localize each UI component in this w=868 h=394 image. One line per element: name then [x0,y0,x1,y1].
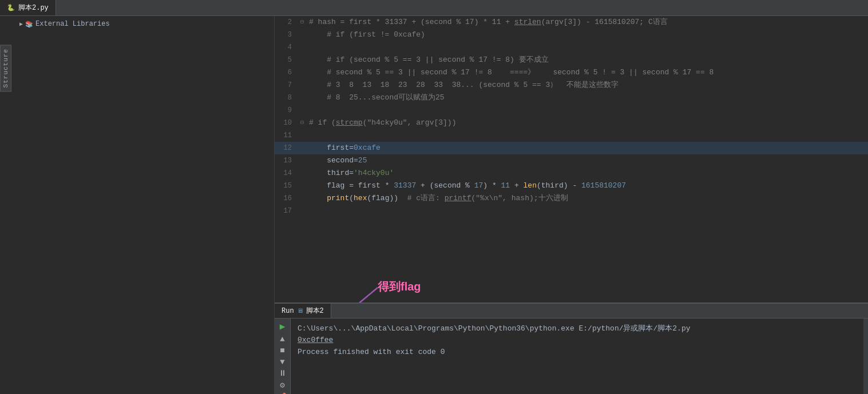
line-num-8: 8 [275,91,298,104]
code-content-10: # if (strcmp("h4cky0u", argv[3])) [307,117,868,129]
code-line-17: 17 [275,205,868,217]
bottom-content: ▶ ▲ ■ ▼ ⏸ ⚙ 📌 C:\Users\...\AppData\Local… [275,319,868,394]
code-content-14: third='h4cky0u' [307,167,868,180]
bottom-tab-bar: Run 🖥 脚本2 [275,304,868,319]
scroll-up-button[interactable]: ▲ [277,335,288,344]
code-content-5: # if (second % 5 == 3 || second % 17 != … [307,54,868,66]
code-line-12: 12 first=0xcafe [275,142,868,154]
code-line-2: 2 ⊟ # hash = first * 31337 + (second % 1… [275,16,868,29]
annotation-arrow-icon [332,285,383,303]
tab-bar: 🐍 脚本2.py [0,0,868,16]
main-layout: Structure ▶ 📚 External Libraries 2 ⊟ # h… [0,16,868,394]
run-tab-script-label: 脚本2 [306,306,324,316]
code-line-6: 6 # second % 5 == 3 || second % 17 != 8 … [275,66,868,79]
sidebar: Structure ▶ 📚 External Libraries [0,16,275,394]
line-num-10: 10 [275,117,298,129]
scroll-down-button[interactable]: ▼ [277,357,288,367]
code-content-7: # 3 8 13 18 23 28 33 38... (second % 5 =… [307,79,868,91]
code-content-12: first=0xcafe [307,142,868,154]
line-num-15: 15 [275,180,298,192]
line-num-16: 16 [275,192,298,205]
code-content-13: second=25 [307,154,868,167]
bottom-panel: Run 🖥 脚本2 ▶ ▲ ■ ▼ ⏸ ⚙ 📌 C:\U [275,303,868,394]
stop-button[interactable]: ■ [277,346,288,355]
run-toolbar: ▶ ▲ ■ ▼ ⏸ ⚙ 📌 [275,319,291,394]
code-editor[interactable]: 2 ⊟ # hash = first * 31337 + (second % 1… [275,16,868,303]
file-tab[interactable]: 🐍 脚本2.py [0,0,56,15]
terminal-scrollbar[interactable] [863,319,868,394]
code-line-5: 5 # if (second % 5 == 3 || second % 17 !… [275,54,868,66]
editor-container: 2 ⊟ # hash = first * 31337 + (second % 1… [275,16,868,394]
svg-line-1 [343,288,378,303]
code-line-3: 3 # if (first != 0xcafe) [275,29,868,41]
terminal-result-value: 0xc0ffee [298,336,333,344]
code-content-6: # second % 5 == 3 || second % 17 != 8 ==… [307,66,868,79]
code-content-16: print(hex(flag)) # c语言: printf("%x\n", h… [307,192,868,205]
code-content-3: # if (first != 0xcafe) [307,29,868,41]
code-line-10: 10 ⊟ # if (strcmp("h4cky0u", argv[3])) [275,117,868,129]
code-line-9: 9 [275,104,868,117]
structure-tab[interactable]: Structure [0,45,11,91]
code-content-8: # 8 25...second可以赋值为25 [307,91,868,104]
line-num-2: 2 [275,16,298,29]
line-num-7: 7 [275,79,298,91]
line-num-12: 12 [275,142,298,154]
tab-label: 脚本2.py [18,3,49,13]
line-num-13: 13 [275,154,298,167]
expand-arrow-icon: ▶ [19,21,23,27]
pause-button[interactable]: ⏸ [277,369,288,378]
line-num-17: 17 [275,205,298,217]
code-line-15: 15 flag = first * 31337 + (second % 17) … [275,180,868,192]
line-num-14: 14 [275,167,298,180]
terminal-result: 0xc0ffee [298,336,857,344]
settings-button[interactable]: ⚙ [277,380,288,390]
run-tab[interactable]: Run 🖥 脚本2 [275,304,331,318]
external-libraries-item[interactable]: ▶ 📚 External Libraries [8,18,274,30]
code-line-8: 8 # 8 25...second可以赋值为25 [275,91,868,104]
code-line-13: 13 second=25 [275,154,868,167]
code-line-7: 7 # 3 8 13 18 23 28 33 38... (second % 5… [275,79,868,91]
line-num-3: 3 [275,29,298,41]
code-line-16: 16 print(hex(flag)) # c语言: printf("%x\n"… [275,192,868,205]
run-tab-icon: 🖥 [297,307,303,315]
terminal-output: C:\Users\...\AppData\Local\Programs\Pyth… [291,319,863,394]
annotation-text: 得到flag [378,279,421,294]
terminal-command: C:\Users\...\AppData\Local\Programs\Pyth… [298,323,857,333]
external-libraries-label: External Libraries [35,20,110,28]
code-line-4: 4 [275,41,868,54]
line-num-4: 4 [275,41,298,54]
terminal-exit-msg: Process finished with exit code 0 [298,348,857,356]
library-icon: 📚 [25,21,33,28]
run-button[interactable]: ▶ [277,321,288,332]
line-num-9: 9 [275,104,298,117]
fold-2[interactable]: ⊟ [298,16,307,29]
code-lines: 2 ⊟ # hash = first * 31337 + (second % 1… [275,16,868,217]
code-line-14: 14 third='h4cky0u' [275,167,868,180]
code-line-11: 11 [275,129,868,142]
line-num-5: 5 [275,54,298,66]
run-tab-run-label: Run [282,307,294,315]
code-content-15: flag = first * 31337 + (second % 17) * 1… [307,180,868,192]
line-num-6: 6 [275,66,298,79]
line-num-11: 11 [275,129,298,142]
code-content-2: # hash = first * 31337 + (second % 17) *… [307,16,868,29]
fold-10[interactable]: ⊟ [298,117,307,129]
python-icon: 🐍 [7,4,15,11]
